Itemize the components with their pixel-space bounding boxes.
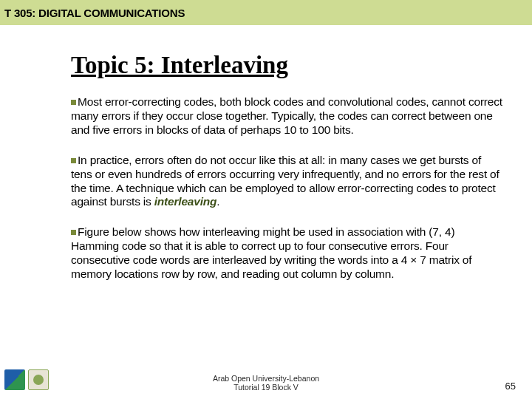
paragraph-2-text-b: .	[216, 195, 219, 208]
content-area: Topic 5: Interleaving Most error-correct…	[71, 52, 502, 298]
paragraph-1: Most error-correcting codes, both block …	[71, 95, 502, 137]
footer-line-2: Tutorial 19 Block V	[0, 383, 532, 392]
paragraph-2-text-a: In practice, errors often do not occur l…	[71, 154, 499, 208]
slide: T 305: DIGITAL COMMUNICATIONS Topic 5: I…	[0, 0, 532, 399]
paragraph-2: In practice, errors often do not occur l…	[71, 154, 502, 210]
bullet-icon	[71, 158, 76, 163]
left-sidebar	[0, 25, 59, 399]
paragraph-3-text: Figure below shows how interleaving migh…	[71, 225, 471, 280]
footer: Arab Open University-Lebanon Tutorial 19…	[0, 374, 532, 392]
paragraph-2-emphasis: interleaving	[154, 195, 217, 208]
topic-title: Topic 5: Interleaving	[71, 52, 502, 79]
course-code-title: T 305: DIGITAL COMMUNICATIONS	[4, 7, 185, 19]
footer-line-1: Arab Open University-Lebanon	[0, 374, 532, 383]
paragraph-1-text: Most error-correcting codes, both block …	[71, 95, 502, 136]
page-number: 65	[505, 381, 516, 392]
bullet-icon	[71, 100, 76, 105]
paragraph-3: Figure below shows how interleaving migh…	[71, 225, 502, 282]
header-bar: T 305: DIGITAL COMMUNICATIONS	[0, 0, 532, 25]
bullet-icon	[71, 230, 76, 235]
